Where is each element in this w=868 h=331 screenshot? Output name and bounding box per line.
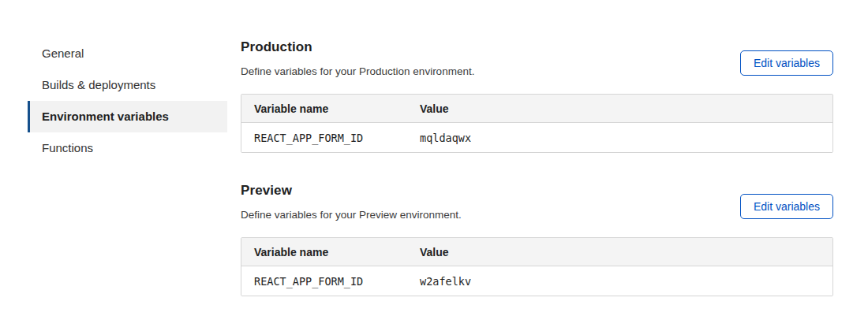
environment-variables-panel: Production Define variables for your Pro… — [241, 0, 833, 296]
variable-name-column-header: Variable name — [241, 238, 407, 266]
table-row: REACT_APP_FORM_ID mqldaqwx — [241, 123, 832, 152]
production-section: Production Define variables for your Pro… — [241, 39, 833, 153]
edit-preview-variables-button[interactable]: Edit variables — [740, 194, 833, 219]
value-column-header: Value — [407, 238, 832, 266]
table-row: REACT_APP_FORM_ID w2afelkv — [241, 266, 832, 296]
sidebar-item-builds-deployments[interactable]: Builds & deployments — [28, 69, 227, 101]
table-header-row: Variable name Value — [241, 95, 832, 123]
sidebar-item-functions[interactable]: Functions — [28, 132, 227, 164]
variable-name-column-header: Variable name — [241, 95, 407, 123]
value-column-header: Value — [407, 95, 832, 123]
variable-name-cell: REACT_APP_FORM_ID — [241, 266, 407, 296]
edit-production-variables-button[interactable]: Edit variables — [740, 50, 833, 76]
production-variables-table: Variable name Value REACT_APP_FORM_ID mq… — [241, 94, 833, 153]
page: General Builds & deployments Environment… — [0, 0, 868, 296]
variable-value-cell: w2afelkv — [407, 266, 832, 296]
preview-variables-table: Variable name Value REACT_APP_FORM_ID w2… — [241, 237, 833, 296]
preview-section: Preview Define variables for your Previe… — [241, 183, 833, 296]
settings-sidebar: General Builds & deployments Environment… — [0, 0, 227, 296]
variable-name-cell: REACT_APP_FORM_ID — [241, 123, 407, 152]
sidebar-item-environment-variables[interactable]: Environment variables — [28, 101, 227, 132]
sidebar-item-general[interactable]: General — [28, 38, 227, 69]
variable-value-cell: mqldaqwx — [407, 123, 832, 152]
table-header-row: Variable name Value — [241, 238, 832, 266]
